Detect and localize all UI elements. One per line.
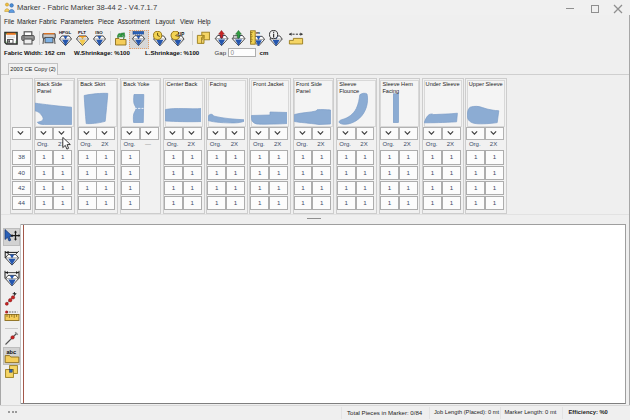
svg-text:abc: abc — [6, 349, 16, 355]
svg-text:m: m — [256, 30, 260, 35]
svg-text:UP: UP — [178, 31, 184, 36]
